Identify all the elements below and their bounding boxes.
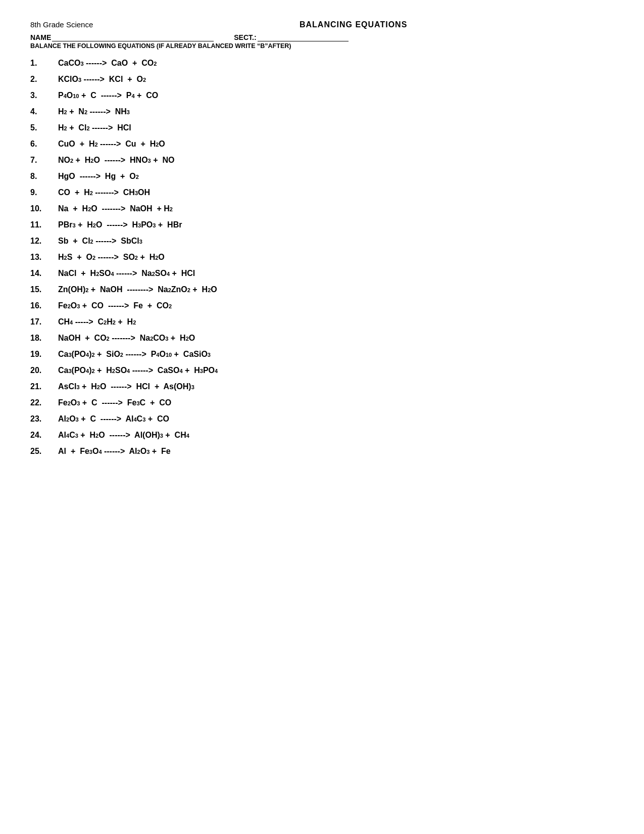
equation-number-7: 7. xyxy=(30,156,58,165)
equation-number-3: 3. xyxy=(30,91,58,100)
equation-content-11: PBr3 + H2O ------> H3PO3 + HBr xyxy=(58,220,182,229)
equation-number-20: 20. xyxy=(30,366,58,375)
equation-row-18: 18.NaOH + CO2 -------> Na2CO3 + H2O xyxy=(30,334,614,343)
subject-label: 8th Grade Science xyxy=(30,20,93,29)
equation-number-24: 24. xyxy=(30,431,58,440)
equation-content-5: H2 + Cl2 ------> HCl xyxy=(58,123,131,132)
equation-content-6: CuO + H2 ------> Cu + H2O xyxy=(58,140,165,149)
name-row: NAME SECT.: xyxy=(30,33,614,41)
equation-content-13: H2S + O2 ------> SO2 + H2O xyxy=(58,253,165,262)
equations-container: 1.CaCO3 ------> CaO + CO22.KClO3 ------>… xyxy=(30,59,614,456)
equation-row-6: 6.CuO + H2 ------> Cu + H2O xyxy=(30,140,614,149)
equation-content-18: NaOH + CO2 -------> Na2CO3 + H2O xyxy=(58,334,195,343)
equation-number-23: 23. xyxy=(30,414,58,424)
page-title: BALANCING EQUATIONS xyxy=(300,20,407,29)
equation-row-19: 19.Ca3(PO4)2 + SiO2 ------> P4O10 + CaSi… xyxy=(30,350,614,359)
equation-number-25: 25. xyxy=(30,447,58,456)
equation-content-19: Ca3(PO4)2 + SiO2 ------> P4O10 + CaSiO3 xyxy=(58,350,211,359)
equation-row-13: 13.H2S + O2 ------> SO2 + H2O xyxy=(30,253,614,262)
equation-row-9: 9.CO + H2 -------> CH3OH xyxy=(30,188,614,197)
equation-content-20: Ca3(PO4)2 + H2SO4 ------> CaSO4 + H3PO4 xyxy=(58,366,218,375)
equation-row-8: 8.HgO ------> Hg + O2 xyxy=(30,172,614,181)
equation-row-25: 25.Al + Fe3O4 ------> Al2O3 + Fe xyxy=(30,447,614,456)
equation-content-21: AsCl3 + H2O ------> HCl + As(OH)3 xyxy=(58,382,194,391)
equation-content-17: CH4 -----> C2H2 + H2 xyxy=(58,317,136,327)
equation-content-1: CaCO3 ------> CaO + CO2 xyxy=(58,59,157,68)
equation-row-7: 7.NO2 + H2O ------> HNO3 + NO xyxy=(30,156,614,165)
equation-number-2: 2. xyxy=(30,75,58,84)
sect-label: SECT.: xyxy=(234,33,256,41)
equation-number-10: 10. xyxy=(30,204,58,213)
sect-line xyxy=(258,41,349,41)
equation-number-21: 21. xyxy=(30,382,58,391)
equation-content-9: CO + H2 -------> CH3OH xyxy=(58,188,150,197)
equation-content-10: Na + H2O -------> NaOH + H2 xyxy=(58,204,173,213)
equation-row-10: 10.Na + H2O -------> NaOH + H2 xyxy=(30,204,614,213)
name-label: NAME xyxy=(30,33,51,41)
equation-number-17: 17. xyxy=(30,317,58,327)
equation-row-3: 3.P4O10 + C ------> P4 + CO xyxy=(30,91,614,100)
equation-number-19: 19. xyxy=(30,350,58,359)
equation-content-3: P4O10 + C ------> P4 + CO xyxy=(58,91,158,100)
equation-content-15: Zn(OH)2 + NaOH --------> Na2ZnO2 + H2O xyxy=(58,285,217,294)
equation-number-13: 13. xyxy=(30,253,58,262)
equation-row-1: 1.CaCO3 ------> CaO + CO2 xyxy=(30,59,614,68)
equation-number-5: 5. xyxy=(30,123,58,132)
equation-content-23: Al2O3 + C ------> Al4C3 + CO xyxy=(58,414,169,424)
equation-row-20: 20.Ca3(PO4)2 + H2SO4 ------> CaSO4 + H3P… xyxy=(30,366,614,375)
equation-row-15: 15.Zn(OH)2 + NaOH --------> Na2ZnO2 + H2… xyxy=(30,285,614,294)
equation-number-12: 12. xyxy=(30,237,58,246)
equation-content-2: KClO3 ------> KCl + O2 xyxy=(58,75,146,84)
equation-content-25: Al + Fe3O4 ------> Al2O3 + Fe xyxy=(58,447,171,456)
equation-number-1: 1. xyxy=(30,59,58,68)
equation-row-17: 17.CH4 -----> C2H2 + H2 xyxy=(30,317,614,327)
equation-content-12: Sb + Cl2 ------> SbCl3 xyxy=(58,237,142,246)
equation-row-21: 21.AsCl3 + H2O ------> HCl + As(OH)3 xyxy=(30,382,614,391)
equation-row-5: 5.H2 + Cl2 ------> HCl xyxy=(30,123,614,132)
equation-content-4: H2 + N2 ------> NH3 xyxy=(58,107,130,116)
equation-number-11: 11. xyxy=(30,220,58,229)
equation-row-14: 14.NaCl + H2SO4 ------> Na2SO4 + HCl xyxy=(30,269,614,278)
equation-number-15: 15. xyxy=(30,285,58,294)
name-line xyxy=(52,41,214,41)
equation-content-22: Fe2O3 + C ------> Fe3C + CO xyxy=(58,398,171,407)
equation-content-14: NaCl + H2SO4 ------> Na2SO4 + HCl xyxy=(58,269,195,278)
equation-number-9: 9. xyxy=(30,188,58,197)
equation-number-16: 16. xyxy=(30,301,58,310)
equation-row-24: 24.Al4C3 + H2O ------> Al(OH)3 + CH4 xyxy=(30,431,614,440)
equation-content-8: HgO ------> Hg + O2 xyxy=(58,172,139,181)
equation-row-12: 12.Sb + Cl2 ------> SbCl3 xyxy=(30,237,614,246)
equation-number-18: 18. xyxy=(30,334,58,343)
equation-row-4: 4.H2 + N2 ------> NH3 xyxy=(30,107,614,116)
equation-content-7: NO2 + H2O ------> HNO3 + NO xyxy=(58,156,174,165)
equation-number-8: 8. xyxy=(30,172,58,181)
equation-number-22: 22. xyxy=(30,398,58,407)
equation-number-6: 6. xyxy=(30,140,58,149)
equation-row-2: 2.KClO3 ------> KCl + O2 xyxy=(30,75,614,84)
page-header: 8th Grade Science BALANCING EQUATIONS xyxy=(30,20,614,29)
equation-row-11: 11.PBr3 + H2O ------> H3PO3 + HBr xyxy=(30,220,614,229)
instructions: BALANCE THE FOLLOWING EQUATIONS (IF ALRE… xyxy=(30,42,614,50)
equation-content-24: Al4C3 + H2O ------> Al(OH)3 + CH4 xyxy=(58,431,189,440)
equation-number-14: 14. xyxy=(30,269,58,278)
equation-row-22: 22.Fe2O3 + C ------> Fe3C + CO xyxy=(30,398,614,407)
equation-row-16: 16.Fe2O3 + CO ------> Fe + CO2 xyxy=(30,301,614,310)
equation-row-23: 23.Al2O3 + C ------> Al4C3 + CO xyxy=(30,414,614,424)
equation-number-4: 4. xyxy=(30,107,58,116)
equation-content-16: Fe2O3 + CO ------> Fe + CO2 xyxy=(58,301,172,310)
